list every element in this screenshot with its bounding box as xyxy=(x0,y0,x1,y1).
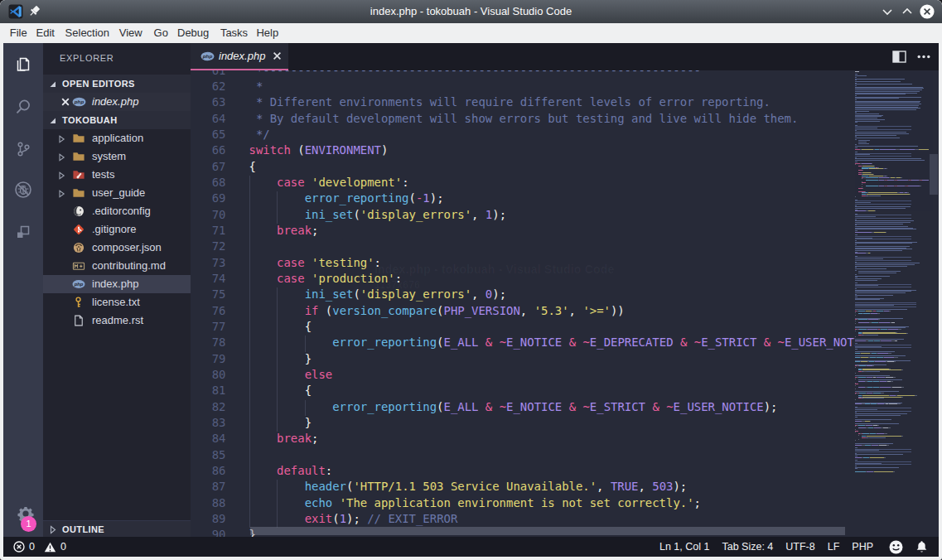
vertical-scrollbar-thumb[interactable] xyxy=(930,154,938,195)
line-number: 85 xyxy=(191,448,226,464)
line-number: 72 xyxy=(191,239,226,255)
tree-item-application[interactable]: application xyxy=(43,129,191,147)
sidebar-explorer: EXPLORER OPEN EDITORS php index.php xyxy=(43,43,191,537)
warning-count[interactable]: 0 xyxy=(60,541,66,553)
open-editor-item[interactable]: php index.php xyxy=(43,93,191,111)
folder-section-header[interactable]: TOKOBUAH xyxy=(43,111,191,129)
line-number: 63 xyxy=(191,95,226,111)
tree-item-composer-json[interactable]: composer.json xyxy=(43,239,191,257)
line-number: 82 xyxy=(191,400,226,416)
title-bar[interactable]: index.php - tokobuah - Visual Studio Cod… xyxy=(0,0,942,23)
error-icon[interactable] xyxy=(13,541,25,553)
search-icon[interactable] xyxy=(13,97,33,117)
chevron-expanded-icon xyxy=(48,116,57,125)
warning-icon[interactable] xyxy=(44,542,56,553)
code-line-81: 81 { xyxy=(191,384,855,399)
code-line-64: 64 * By default development will show er… xyxy=(191,112,855,128)
tab-index-php[interactable]: php index.php xyxy=(191,43,288,70)
code-line-80: 80 else xyxy=(191,368,855,384)
menu-edit[interactable]: Edit xyxy=(36,23,55,43)
minimize-button[interactable] xyxy=(880,4,895,19)
editorconfig-icon xyxy=(72,205,85,218)
close-button[interactable] xyxy=(920,4,935,19)
tab-label: index.php xyxy=(219,43,265,69)
svg-text:php: php xyxy=(202,53,213,59)
activity-bar: 1 xyxy=(3,43,43,537)
tree-item-contributing-md[interactable]: contributing.md xyxy=(43,257,191,275)
line-number: 80 xyxy=(191,368,226,384)
menu-bar: FileEditSelectionViewGoDebugTasksHelp xyxy=(0,23,942,43)
more-actions-icon[interactable] xyxy=(917,55,930,59)
tree-item--editorconfig[interactable]: .editorconfig xyxy=(43,202,191,220)
line-number: 64 xyxy=(191,112,226,128)
code-line-82: 82 error_reporting(E_ALL & ~E_NOTICE & ~… xyxy=(191,400,855,416)
tab-size[interactable]: Tab Size: 4 xyxy=(722,541,773,553)
menu-debug[interactable]: Debug xyxy=(177,23,209,43)
menu-selection[interactable]: Selection xyxy=(65,23,109,43)
tree-item-label: composer.json xyxy=(92,239,162,257)
cursor-position[interactable]: Ln 1, Col 1 xyxy=(659,541,709,553)
menu-file[interactable]: File xyxy=(10,23,27,43)
chevron-collapsed-icon xyxy=(58,153,65,162)
minimap[interactable] xyxy=(855,70,929,537)
close-file-icon[interactable] xyxy=(61,98,70,106)
menu-tasks[interactable]: Tasks xyxy=(220,23,248,43)
code-line-62: 62 * xyxy=(191,80,855,95)
line-number: 86 xyxy=(191,464,226,480)
svg-text:php: php xyxy=(74,99,85,104)
line-number: 75 xyxy=(191,287,226,303)
menu-view[interactable]: View xyxy=(119,23,143,43)
composer-icon xyxy=(72,241,85,254)
tree-item-user-guide[interactable]: user_guide xyxy=(43,184,191,202)
open-editors-header[interactable]: OPEN EDITORS xyxy=(43,75,191,93)
code-editor[interactable]: index.php - tokobuah - Visual Studio Cod… xyxy=(191,70,939,537)
line-number: 90 xyxy=(191,528,226,537)
code-line-67: 67{ xyxy=(191,160,855,176)
outline-header[interactable]: OUTLINE xyxy=(43,520,191,537)
tab-close-icon[interactable] xyxy=(273,51,282,60)
explorer-icon[interactable] xyxy=(13,55,33,75)
tree-item-label: user_guide xyxy=(92,184,145,202)
vertical-scrollbar[interactable] xyxy=(929,70,939,537)
code-line-85: 85 xyxy=(191,448,855,464)
tree-item--gitignore[interactable]: .gitignore xyxy=(43,220,191,239)
file-tree: applicationsystemtestsuser_guide.editorc… xyxy=(43,129,191,330)
source-control-icon[interactable] xyxy=(13,139,33,159)
code-line-69: 69 error_reporting(-1); xyxy=(191,191,855,207)
sidebar-title: EXPLORER xyxy=(60,53,114,63)
horizontal-scrollbar-thumb[interactable] xyxy=(250,527,845,535)
folder-icon xyxy=(72,186,85,200)
tree-item-index-php[interactable]: phpindex.php xyxy=(43,275,191,293)
debug-disabled-icon[interactable] xyxy=(13,180,33,200)
menu-help[interactable]: Help xyxy=(256,23,278,43)
line-number: 81 xyxy=(191,384,226,399)
line-number: 65 xyxy=(191,128,226,143)
tree-item-tests[interactable]: tests xyxy=(43,166,191,184)
maximize-button[interactable] xyxy=(900,4,915,19)
code-line-89: 89 exit(1); // EXIT_ERROR xyxy=(191,512,855,528)
notifications-bell-icon[interactable] xyxy=(915,540,928,553)
feedback-smiley-icon[interactable] xyxy=(889,540,903,554)
window-title: index.php - tokobuah - Visual Studio Cod… xyxy=(0,0,942,23)
encoding[interactable]: UTF-8 xyxy=(785,541,814,553)
tree-item-readme-rst[interactable]: readme.rst xyxy=(43,311,191,330)
line-number: 62 xyxy=(191,80,226,95)
line-number: 67 xyxy=(191,160,226,176)
line-number: 76 xyxy=(191,304,226,320)
extensions-icon[interactable] xyxy=(13,222,33,242)
markdown-icon xyxy=(72,259,85,273)
code-line-77: 77 { xyxy=(191,320,855,336)
code-line-74: 74 case 'production': xyxy=(191,272,855,287)
tree-item-system[interactable]: system xyxy=(43,147,191,166)
open-editor-label: index.php xyxy=(92,93,138,111)
eol[interactable]: LF xyxy=(828,541,840,553)
error-count[interactable]: 0 xyxy=(29,541,35,553)
tree-item-label: index.php xyxy=(92,275,138,293)
language-mode[interactable]: PHP xyxy=(852,541,873,553)
split-editor-icon[interactable] xyxy=(892,51,906,63)
tree-item-license-txt[interactable]: license.txt xyxy=(43,293,191,311)
line-number: 78 xyxy=(191,336,226,351)
menu-go[interactable]: Go xyxy=(154,23,168,43)
code-line-71: 71 break; xyxy=(191,224,855,239)
chevron-expanded-icon xyxy=(48,80,57,89)
